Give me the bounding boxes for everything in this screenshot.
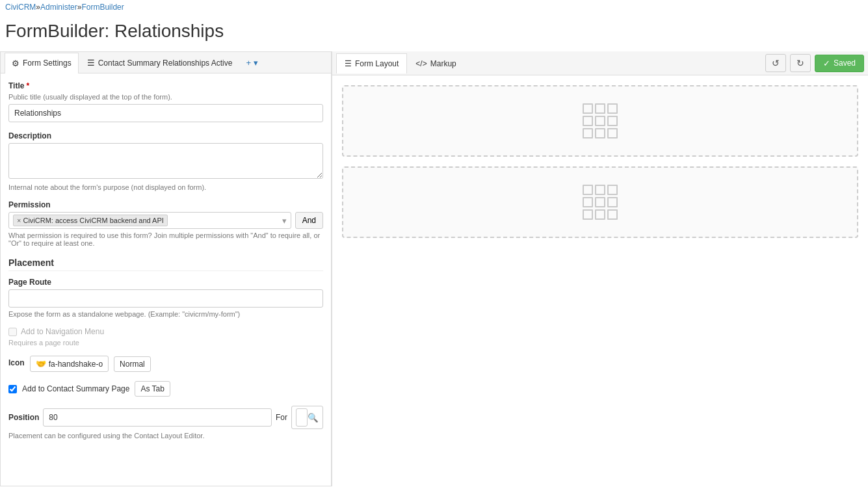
breadcrumb-formbuilder[interactable]: FormBuilder bbox=[81, 3, 124, 12]
title-input[interactable] bbox=[8, 104, 323, 122]
breadcrumb-administer[interactable]: Administer bbox=[40, 3, 77, 12]
markup-code-icon: </> bbox=[415, 59, 427, 68]
icon-normal-select[interactable]: Normal bbox=[114, 356, 151, 372]
saved-button[interactable]: ✓ Saved bbox=[815, 55, 864, 72]
description-hint: Internal note about the form's purpose (… bbox=[8, 183, 323, 191]
icon-value: fa-handshake-o bbox=[49, 360, 103, 369]
page-route-label: Page Route bbox=[8, 278, 323, 287]
tab-markup-label: Markup bbox=[430, 59, 456, 68]
add-to-nav-hint: Requires a page route bbox=[8, 339, 323, 347]
add-to-nav-checkbox[interactable] bbox=[8, 328, 17, 336]
icon-normal-label: Normal bbox=[120, 360, 145, 369]
permission-tag: × CiviCRM: access CiviCRM backend and AP… bbox=[13, 215, 168, 226]
permission-desc: What permission is required to use this … bbox=[8, 231, 323, 247]
add-to-contact-summary-label: Add to Contact Summary Page bbox=[22, 384, 129, 393]
icon-group: Icon 🤝 fa-handshake-o Normal bbox=[8, 356, 323, 372]
tab-contact-summary-label: Contact Summary Relationships Active bbox=[98, 59, 233, 68]
permission-label: Permission bbox=[8, 200, 323, 209]
page-route-hint: Expose the form as a standalone webpage.… bbox=[8, 310, 323, 318]
tab-form-layout-label: Form Layout bbox=[355, 59, 399, 68]
tab-contact-summary[interactable]: ☰ Contact Summary Relationships Active bbox=[80, 52, 240, 73]
for-label: For bbox=[276, 413, 287, 422]
title-label: Title * bbox=[8, 81, 323, 90]
page-title: FormBuilder: Relationships bbox=[0, 14, 868, 51]
permission-tag-close[interactable]: × bbox=[17, 217, 21, 224]
breadcrumb-civicrm[interactable]: CiviCRM bbox=[5, 3, 36, 12]
contact-type-search-button[interactable]: 🔍 bbox=[308, 413, 319, 423]
tab-form-settings-label: Form Settings bbox=[23, 59, 72, 68]
add-to-nav-row: Add to Navigation Menu bbox=[8, 327, 323, 336]
as-tab-label: As Tab bbox=[140, 384, 164, 393]
contact-type-wrap: 🔍 bbox=[291, 406, 323, 429]
saved-label: Saved bbox=[834, 59, 856, 68]
add-tab-button[interactable]: + ▾ bbox=[241, 55, 263, 70]
contact-summary-row: Add to Contact Summary Page As Tab bbox=[8, 381, 323, 397]
permission-dropdown-arrow: ▾ bbox=[282, 216, 287, 226]
add-to-nav-group: Add to Navigation Menu Requires a page r… bbox=[8, 327, 323, 347]
position-input[interactable] bbox=[43, 408, 272, 427]
position-label: Position bbox=[8, 413, 39, 422]
and-button[interactable]: And bbox=[295, 212, 323, 229]
add-to-nav-label: Add to Navigation Menu bbox=[21, 327, 104, 336]
search-icon: 🔍 bbox=[308, 413, 319, 423]
icon-picker[interactable]: 🤝 fa-handshake-o bbox=[30, 356, 109, 372]
add-to-contact-summary-checkbox[interactable] bbox=[8, 385, 17, 393]
title-required: * bbox=[26, 81, 29, 90]
undo-button[interactable]: ↺ bbox=[765, 54, 786, 72]
tab-markup[interactable]: </> Markup bbox=[407, 53, 464, 73]
breadcrumb: CiviCRM»Administer»FormBuilder bbox=[0, 0, 868, 14]
description-label: Description bbox=[8, 131, 323, 140]
as-tab-select[interactable]: As Tab bbox=[135, 381, 170, 397]
title-hint: Public title (usually displayed at the t… bbox=[8, 93, 323, 101]
position-row: Position For 🔍 bbox=[8, 406, 323, 429]
form-layout-area bbox=[332, 75, 868, 486]
icon-label: Icon bbox=[8, 358, 25, 367]
page-route-group: Page Route Expose the form as a standalo… bbox=[8, 278, 323, 318]
placement-heading: Placement bbox=[8, 257, 323, 271]
form-layout-icon: ☰ bbox=[345, 59, 352, 68]
grid-block-2[interactable] bbox=[342, 166, 858, 238]
page-route-input[interactable] bbox=[8, 289, 323, 308]
description-textarea[interactable] bbox=[8, 143, 323, 179]
position-group: Position For 🔍 Placement can be configur… bbox=[8, 406, 323, 440]
grid-icon-1 bbox=[583, 103, 618, 138]
table-icon: ☰ bbox=[87, 58, 95, 68]
title-group: Title * Public title (usually displayed … bbox=[8, 81, 323, 122]
left-panel: ⚙ Form Settings ☰ Contact Summary Relati… bbox=[0, 51, 332, 486]
contact-type-input[interactable] bbox=[296, 408, 308, 427]
right-header: ☰ Form Layout </> Markup ↺ ↻ ✓ Saved bbox=[332, 51, 868, 75]
left-tabs-bar: ⚙ Form Settings ☰ Contact Summary Relati… bbox=[1, 52, 331, 73]
tab-form-settings[interactable]: ⚙ Form Settings bbox=[5, 53, 79, 73]
gear-icon: ⚙ bbox=[12, 59, 20, 68]
grid-block-1[interactable] bbox=[342, 85, 858, 157]
contact-summary-group: Add to Contact Summary Page As Tab bbox=[8, 381, 323, 397]
right-toolbar: ↺ ↻ ✓ Saved bbox=[765, 51, 864, 75]
permission-group: Permission × CiviCRM: access CiviCRM bac… bbox=[8, 200, 323, 247]
description-group: Description Internal note about the form… bbox=[8, 131, 323, 191]
redo-button[interactable]: ↻ bbox=[790, 54, 811, 72]
right-panel: ☰ Form Layout </> Markup ↺ ↻ ✓ Saved bbox=[332, 51, 868, 486]
permission-select-wrap[interactable]: × CiviCRM: access CiviCRM backend and AP… bbox=[8, 212, 291, 229]
main-layout: ⚙ Form Settings ☰ Contact Summary Relati… bbox=[0, 51, 868, 486]
form-content: Title * Public title (usually displayed … bbox=[1, 73, 331, 486]
placement-hint: Placement can be configured using the Co… bbox=[8, 432, 323, 440]
tab-form-layout[interactable]: ☰ Form Layout bbox=[336, 53, 407, 73]
permission-tag-label: CiviCRM: access CiviCRM backend and API bbox=[23, 217, 163, 224]
permission-row: × CiviCRM: access CiviCRM backend and AP… bbox=[8, 212, 323, 229]
handshake-icon: 🤝 bbox=[36, 359, 46, 369]
grid-icon-2 bbox=[583, 185, 618, 220]
check-icon: ✓ bbox=[823, 59, 830, 68]
icon-row: Icon 🤝 fa-handshake-o Normal bbox=[8, 356, 323, 372]
